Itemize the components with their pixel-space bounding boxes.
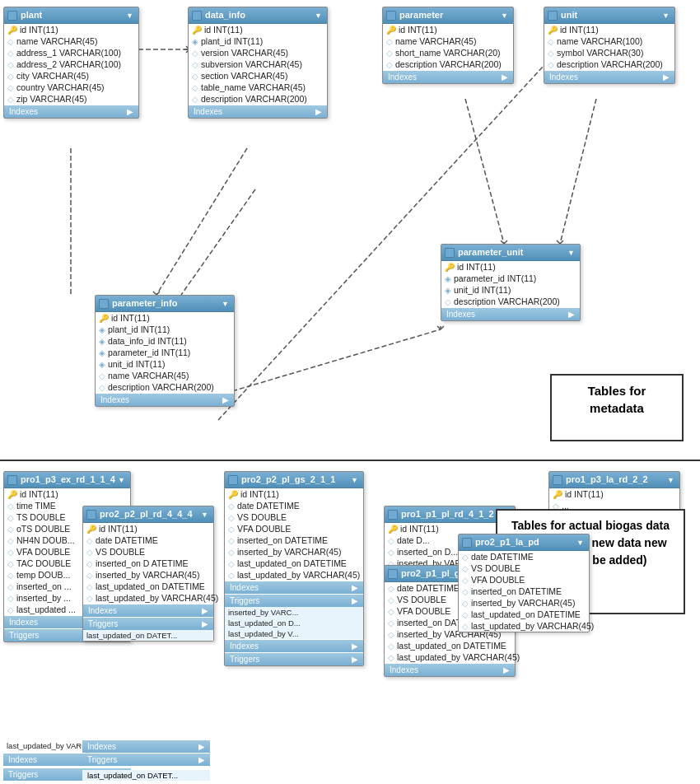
plant-row-city: ◇city VARCHAR(45) <box>4 70 138 82</box>
parameter-info-arrow-icon[interactable]: ▼ <box>222 300 229 308</box>
table-pro1-p3-la-rd-header: pro1_p3_la_rd_2_2 ▼ <box>549 472 679 488</box>
triggers-label: Triggers <box>230 596 259 605</box>
data-info-row-plantid: ◈plant_id INT(11) <box>189 35 327 47</box>
data-info-indexes-label: Indexes <box>194 107 222 116</box>
unit-arrow-icon[interactable]: ▼ <box>662 12 670 20</box>
bottom-indexes-2[interactable]: Indexes ▶ <box>82 740 210 753</box>
pro2-p2-gs-indexes[interactable]: Indexes ▶ <box>225 581 363 594</box>
triggers-arrow-2[interactable]: ▶ <box>352 655 358 664</box>
data-info-indexes[interactable]: Indexes ▶ <box>189 105 327 118</box>
annotation-metadata-text: Tables for metadata <box>588 384 646 415</box>
row-vfa: ◇VFA DOUBLE <box>459 574 589 586</box>
row-id: 🔑id INT(11) <box>225 488 363 500</box>
pk-icon: 🔑 <box>86 525 96 534</box>
row-partial-last-updated-by: last_updated_by V... <box>225 628 363 639</box>
field-icon: ◇ <box>7 525 14 534</box>
fk-icon: ◈ <box>192 37 198 46</box>
data-info-indexes-arrow[interactable]: ▶ <box>315 107 322 116</box>
table-parameter-info[interactable]: parameter_info ▼ 🔑id INT(11) ◈plant_id I… <box>95 295 235 407</box>
field-icon: ◇ <box>228 502 235 511</box>
pro1-p3-ex-arrow-icon[interactable]: ▼ <box>118 476 125 484</box>
unit-indexes-arrow[interactable]: ▶ <box>663 72 670 82</box>
parameter-arrow-icon[interactable]: ▼ <box>501 12 508 20</box>
table-unit-header: unit ▼ <box>544 7 674 24</box>
parameter-unit-indexes[interactable]: Indexes ▶ <box>441 308 580 320</box>
field-icon: ◇ <box>86 594 93 603</box>
triggers-label: Triggers <box>87 755 117 764</box>
parameter-indexes-arrow[interactable]: ▶ <box>502 72 508 82</box>
field-icon: ◇ <box>7 502 14 511</box>
pk-icon: 🔑 <box>7 490 17 499</box>
indexes-arrow[interactable]: ▶ <box>198 742 205 751</box>
param-info-row-datainfoid: ◈data_info_id INT(11) <box>96 335 234 347</box>
fk-icon: ◈ <box>445 274 451 283</box>
param-row-name: ◇name VARCHAR(45) <box>383 35 513 47</box>
pro2-p2-gs-indexes-2[interactable]: Indexes ▶ <box>225 640 363 652</box>
unit-indexes[interactable]: Indexes ▶ <box>544 71 674 83</box>
param-unit-row-desc: ◇description VARCHAR(200) <box>441 296 580 307</box>
pro2-p2-rd-arrow-icon[interactable]: ▼ <box>201 511 208 519</box>
pro1-p3-la-rd-arrow-icon[interactable]: ▼ <box>667 476 674 484</box>
pro2-p1-gs-indexes[interactable]: Indexes ▶ <box>385 664 515 676</box>
field-icon: ◇ <box>462 576 469 585</box>
row-date: ◇date DATETIME <box>225 500 363 511</box>
table-parameter[interactable]: parameter ▼ 🔑id INT(11) ◇name VARCHAR(45… <box>382 7 514 84</box>
pro2-p2-gs-triggers[interactable]: Triggers ▶ <box>225 595 363 607</box>
plant-row-addr2: ◇address_2 VARCHAR(100) <box>4 58 138 70</box>
diagram-area: plant ▼ 🔑id INT(11) ◇name VARCHAR(45) ◇a… <box>0 0 700 784</box>
table-data-info[interactable]: data_info ▼ 🔑id INT(11) ◈plant_id INT(11… <box>188 7 328 119</box>
data-info-arrow-icon[interactable]: ▼ <box>315 12 322 20</box>
indexes-arrow[interactable]: ▶ <box>202 606 208 615</box>
pro2-p2-rd-triggers[interactable]: Triggers ▶ <box>83 618 213 630</box>
unit-indexes-label: Indexes <box>549 72 578 82</box>
row-last-updated-on: ◇last_updated_on DATETIME <box>83 581 213 592</box>
param-row-shortname: ◇short_name VARCHAR(20) <box>383 47 513 58</box>
table-pro2-p1-la-pd[interactable]: pro2_p1_la_pd ▼ ◇date DATETIME ◇VS DOUBL… <box>458 534 590 632</box>
row-vs: ◇VS DOUBLE <box>83 546 213 558</box>
parameter-info-indexes-label: Indexes <box>100 395 129 404</box>
pro2-p2-gs-triggers-2[interactable]: Triggers ▶ <box>225 653 363 665</box>
fk-icon: ◈ <box>99 348 105 357</box>
table-pro2-p2-pl-rd[interactable]: pro2_p2_pl_rd_4_4_4 ▼ 🔑id INT(11) ◇date … <box>82 506 214 642</box>
pk-icon: 🔑 <box>99 314 109 323</box>
field-icon: ◇ <box>388 595 394 604</box>
triggers-label: Triggers <box>9 631 39 640</box>
table-parameter-unit[interactable]: parameter_unit ▼ 🔑id INT(11) ◈parameter_… <box>441 244 581 321</box>
triggers-arrow[interactable]: ▶ <box>352 596 358 605</box>
unit-row-id: 🔑id INT(11) <box>544 24 674 35</box>
indexes-arrow-2[interactable]: ▶ <box>352 642 358 651</box>
table-pro2-p2-gs-name: pro2_p2_pl_gs_2_1_1 <box>241 474 335 484</box>
pk-icon: 🔑 <box>388 525 398 534</box>
table-pro1-p3-ex-header: pro1_p3_ex_rd_1_1_4 ▼ <box>4 472 130 488</box>
parameter-info-indexes[interactable]: Indexes ▶ <box>96 394 234 406</box>
parameter-indexes[interactable]: Indexes ▶ <box>383 71 513 83</box>
pro2-p2-rd-indexes[interactable]: Indexes ▶ <box>83 604 213 617</box>
pro2-p2-gs-arrow-icon[interactable]: ▼ <box>351 476 358 484</box>
indexes-arrow[interactable]: ▶ <box>503 665 510 674</box>
row-inserted-by: ◇inserted_by VARCHAR(45) <box>459 597 589 609</box>
unit-row-desc: ◇description VARCHAR(200) <box>544 58 674 70</box>
field-icon: ◇ <box>86 559 93 568</box>
triggers-arrow[interactable]: ▶ <box>198 755 205 764</box>
table-pro1-p3-ex-name: pro1_p3_ex_rd_1_1_4 <box>21 474 115 484</box>
field-icon: ◇ <box>7 536 14 545</box>
row-id: 🔑id INT(11) <box>4 488 130 500</box>
field-icon: ◇ <box>7 571 14 580</box>
plant-indexes[interactable]: Indexes ▶ <box>4 105 138 118</box>
field-icon: ◇ <box>462 599 469 608</box>
plant-indexes-arrow[interactable]: ▶ <box>127 107 133 116</box>
parameter-unit-indexes-arrow[interactable]: ▶ <box>568 310 575 319</box>
unit-row-name: ◇name VARCHAR(100) <box>544 35 674 47</box>
table-plant[interactable]: plant ▼ 🔑id INT(11) ◇name VARCHAR(45) ◇a… <box>3 7 139 119</box>
parameter-unit-arrow-icon[interactable]: ▼ <box>567 249 575 257</box>
triggers-arrow[interactable]: ▶ <box>202 619 208 628</box>
param-info-row-plantid: ◈plant_id INT(11) <box>96 324 234 335</box>
plant-arrow-icon[interactable]: ▼ <box>126 12 133 20</box>
indexes-arrow[interactable]: ▶ <box>352 583 358 592</box>
table-unit[interactable]: unit ▼ 🔑id INT(11) ◇name VARCHAR(100) ◇s… <box>544 7 675 84</box>
bottom-triggers-2[interactable]: Triggers ▶ <box>82 754 210 766</box>
pro2-p1-la-arrow-icon[interactable]: ▼ <box>576 539 584 547</box>
parameter-info-indexes-arrow[interactable]: ▶ <box>222 395 229 404</box>
field-icon: ◇ <box>228 536 235 545</box>
table-pro2-p2-gs[interactable]: pro2_p2_pl_gs_2_1_1 ▼ 🔑id INT(11) ◇date … <box>224 471 364 666</box>
